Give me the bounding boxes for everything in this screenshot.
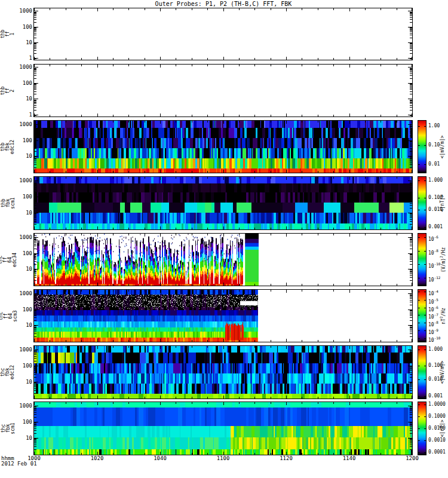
colorbar-unit-wrap: <|mV/m|> bbox=[438, 346, 447, 399]
colorbar-thc-ff-64-scm3 bbox=[418, 289, 426, 342]
colorbar-unit-label: (V/m)2/Hz bbox=[439, 247, 446, 272]
y-tick-label: 100 bbox=[13, 24, 32, 30]
y-tick-label: 1000 bbox=[13, 235, 32, 240]
panel-ylabel-wrap-thc-fbk-edc12: thc fbk edc12 bbox=[0, 346, 16, 399]
panel-plot-thc-fbk-edc12 bbox=[33, 345, 413, 399]
x-tick-label: 1200 bbox=[399, 456, 425, 461]
x-tick-label: 1100 bbox=[210, 456, 237, 461]
y-tick-label: 100 bbox=[13, 307, 32, 312]
y-tick-label: 1000 bbox=[13, 8, 32, 14]
colorbar-tick-label: 10-8 bbox=[428, 249, 438, 256]
panel-ylabel-wrap-thb-ff-2: thb ff 2 bbox=[0, 65, 16, 117]
colorbar-unit-wrap: nT2/Hz bbox=[438, 290, 447, 342]
y-tick-label: 10 bbox=[13, 266, 32, 272]
panel-plot-thc-fbk-scm1 bbox=[33, 402, 413, 455]
x-tick-label: 1040 bbox=[147, 456, 173, 461]
x-tick-label: 1140 bbox=[336, 456, 363, 461]
panel-ylabel-wrap-thc-ff-64-scm3: thc ff 64 scm3 bbox=[0, 290, 16, 342]
colorbar-unit-label: nT2/Hz bbox=[439, 308, 446, 324]
y-tick-label: 1000 bbox=[13, 65, 32, 70]
y-tick-label: 100 bbox=[13, 419, 32, 425]
y-tick-label: 1000 bbox=[13, 122, 32, 127]
colorbar-thc-ff-64-edc34 bbox=[418, 233, 426, 286]
y-tick-label: 10 bbox=[13, 96, 32, 102]
colorbar-thc-fbk-edc12 bbox=[418, 345, 426, 399]
x-axis-date-label: 2012 Feb 01 bbox=[1, 461, 37, 467]
x-tick-label: 1020 bbox=[84, 456, 111, 461]
colorbar-tick-label: 10-5 bbox=[428, 298, 438, 305]
x-tick-label: 1120 bbox=[273, 456, 299, 461]
panel-plot-thb-fbk-scm1 bbox=[33, 176, 413, 230]
colorbar-unit-label: <|mV/m|> bbox=[440, 135, 445, 158]
panel-ylabel-wrap-thb-fbk-scm1: thb fbk scm1 bbox=[0, 177, 16, 229]
y-tick-label: 100 bbox=[13, 81, 32, 86]
y-tick-label: 100 bbox=[13, 138, 32, 143]
panel-ylabel-wrap-thb-ff-1: thb ff 1 bbox=[0, 8, 16, 60]
colorbar-tick-label: 10-9 bbox=[428, 328, 438, 335]
y-tick-label: 1000 bbox=[13, 403, 32, 409]
colorbar-tick-label: 10-6 bbox=[428, 235, 438, 242]
tplot-window: Outer Probes: P1, P2 (TH-B,C) FFT, FBK t… bbox=[0, 0, 448, 478]
y-tick-label: 100 bbox=[13, 251, 32, 256]
colorbar-unit-wrap: <|mV/m|> bbox=[438, 121, 447, 173]
colorbar-thb-fbk-edc12 bbox=[418, 120, 426, 173]
y-tick-label: 1000 bbox=[13, 347, 32, 353]
colorbar-unit-wrap: <|nT|> bbox=[438, 402, 447, 455]
colorbar-unit-label: <|nT|> bbox=[440, 420, 445, 437]
panel-ylabel-wrap-thc-ff-64-edc34: thc ff 64 edc34 bbox=[0, 234, 16, 286]
panel-ylabel-thb-ff-2: thb ff 2 bbox=[1, 86, 15, 94]
panel-ylabel-thb-ff-1: thb ff 1 bbox=[1, 30, 15, 38]
colorbar-tick-label: 10-6 bbox=[428, 305, 438, 312]
y-tick-label: 1 bbox=[13, 112, 32, 118]
panel-plot-thb-ff-2 bbox=[33, 64, 413, 117]
y-tick-label: 10 bbox=[13, 379, 32, 385]
y-tick-label: 1 bbox=[13, 56, 32, 61]
y-tick-label: 100 bbox=[13, 194, 32, 200]
colorbar-unit-label: <|mV/m|> bbox=[440, 361, 445, 384]
colorbar-thb-fbk-scm1 bbox=[418, 176, 426, 230]
colorbar-unit-label: <|nT|> bbox=[440, 195, 445, 212]
panel-plot-thb-fbk-edc12 bbox=[33, 120, 413, 173]
panel-ylabel-wrap-thc-fbk-scm1: thc fbk scm1 bbox=[0, 402, 16, 455]
colorbar-tick-label: 10-7 bbox=[428, 312, 438, 320]
colorbar-tick-label: 10-8 bbox=[428, 320, 438, 327]
panel-plot-thc-ff-64-scm3 bbox=[33, 289, 413, 342]
y-tick-label: 10 bbox=[13, 40, 32, 45]
colorbar-tick-label: 10-4 bbox=[428, 289, 438, 296]
y-tick-label: 10 bbox=[13, 154, 32, 159]
plot-title: Outer Probes: P1, P2 (TH-B,C) FFT, FBK bbox=[34, 1, 413, 7]
panel-ylabel-wrap-thb-fbk-edc12: thb fbk edc12 bbox=[0, 121, 16, 173]
y-tick-label: 1000 bbox=[13, 178, 32, 183]
panel-plot-thc-ff-64-edc34 bbox=[33, 233, 413, 286]
colorbar-unit-wrap: (V/m)2/Hz bbox=[438, 234, 447, 286]
panel-plot-thb-ff-1 bbox=[33, 8, 413, 60]
y-tick-label: 10 bbox=[13, 323, 32, 328]
y-tick-label: 100 bbox=[13, 363, 32, 369]
y-tick-label: 1000 bbox=[13, 291, 32, 296]
colorbar-thc-fbk-scm1 bbox=[418, 402, 426, 455]
y-tick-label: 10 bbox=[13, 210, 32, 216]
y-tick-label: 10 bbox=[13, 436, 32, 441]
colorbar-unit-wrap: <|nT|> bbox=[438, 177, 447, 229]
